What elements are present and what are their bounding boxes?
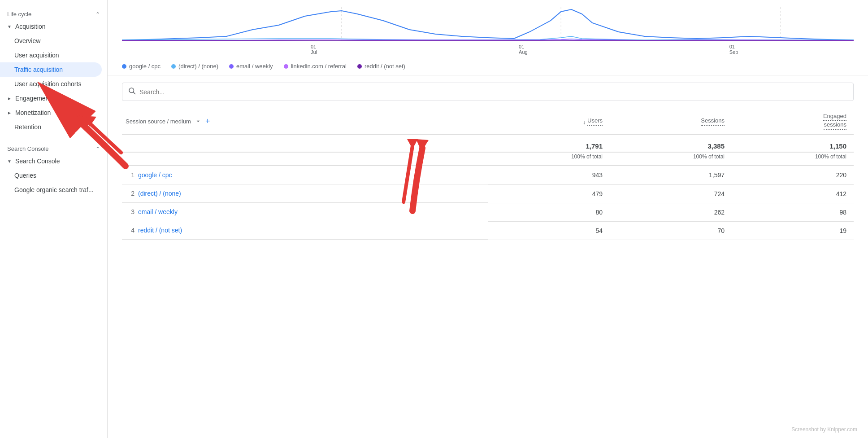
row3-source-cell: 3 email / weekly [122,203,488,221]
row4-num: 4 [126,227,135,234]
search-bar[interactable] [122,83,854,101]
search-icon [128,87,136,97]
legend-label-direct: (direct) / (none) [178,63,218,70]
table-total-row: 1,791 3,385 1,150 [122,135,854,152]
sidebar-item-user-acquisition[interactable]: User acquisition [0,48,102,62]
legend-label-linkedin: linkedin.com / referral [291,63,347,70]
data-table: Session source / medium + ↓ Users [122,108,854,240]
row4-source: reddit / (not set) [138,227,182,234]
legend-dot-linkedin [284,64,288,69]
acquisition-label: Acquisition [15,23,46,30]
sidebar-item-user-acquisition-cohorts[interactable]: User acquisition cohorts [0,77,102,91]
users-label: Users [587,117,603,126]
traffic-acquisition-label: Traffic acquisition [14,66,63,73]
source-dropdown-button[interactable] [195,118,202,125]
legend-label-google-cpc: google / cpc [129,63,161,70]
watermark: Screenshot by Knipper.com [791,426,857,433]
sidebar-item-queries[interactable]: Queries [0,168,102,183]
row1-sessions: 1,597 [610,166,732,184]
date-label-jul: 01Jul [311,44,317,55]
row1-num: 1 [126,171,135,179]
search-console-triangle: ▼ [7,159,12,164]
source-header-label: Session source / medium [126,118,191,125]
row2-num: 2 [126,190,135,197]
legend-item-linkedin: linkedin.com / referral [284,63,347,70]
table-wrapper: Session source / medium + ↓ Users [122,108,854,240]
sessions-sub-label: sessions [824,121,846,130]
chart-container [122,7,854,43]
legend-item-email: email / weekly [229,63,273,70]
search-console-section: Search Console ⌃ [0,142,107,154]
engaged-label: Engaged [823,113,846,121]
table-row: 2 (direct) / (none) 479 724 412 [122,184,854,203]
row2-sessions: 724 [610,184,732,203]
total-subrow-source [122,152,488,166]
sort-arrow-users: ↓ [583,119,586,126]
main-content: 01Jul 01Aug 01Sep google / cpc (direct) … [108,0,868,438]
total-sessions-pct: 100% of total [610,152,732,166]
col-header-users: ↓ Users [488,108,610,135]
chart-area: 01Jul 01Aug 01Sep google / cpc (direct) … [108,0,868,75]
engagement-triangle: ► [7,96,12,101]
date-label-sep: 01Sep [729,44,738,55]
engagement-label: Engagement [15,95,51,102]
total-users-pct: 100% of total [488,152,610,166]
row4-users: 54 [488,221,610,240]
sidebar-item-monetization[interactable]: ► Monetization [0,105,107,120]
row2-source: (direct) / (none) [138,190,181,197]
lifecycle-chevron[interactable]: ⌃ [95,11,100,18]
table-row: 3 email / weekly 80 262 98 [122,203,854,221]
row4-engaged: 19 [732,221,854,240]
sidebar-item-overview[interactable]: Overview [0,34,102,48]
table-row: 4 reddit / (not set) 54 70 19 [122,221,854,240]
search-console-chevron[interactable]: ⌃ [95,146,100,152]
chart-svg [122,7,854,43]
row2-engaged: 412 [732,184,854,203]
row1-source-cell: 1 google / cpc [122,166,488,184]
sidebar-item-retention[interactable]: Retention [0,120,102,134]
total-source-cell [122,135,488,152]
legend-dot-direct [171,64,176,69]
legend-label-reddit: reddit / (not set) [365,63,405,70]
row2-users: 479 [488,184,610,203]
acquisition-triangle: ▼ [7,24,12,29]
total-users: 1,791 [488,135,610,152]
retention-label: Retention [14,123,41,131]
row1-source: google / cpc [138,171,172,179]
sidebar-item-acquisition[interactable]: ▼ Acquisition [0,19,107,34]
user-acquisition-cohorts-label: User acquisition cohorts [14,80,81,88]
legend-item-google-cpc: google / cpc [122,63,161,70]
legend-item-reddit: reddit / (not set) [357,63,405,70]
sidebar: Life cycle ⌃ ▼ Acquisition Overview User… [0,0,108,438]
row4-sessions: 70 [610,221,732,240]
monetization-label: Monetization [15,109,51,116]
col-header-sessions: Sessions [610,108,732,135]
add-dimension-button[interactable]: + [205,117,210,126]
sidebar-item-traffic-acquisition[interactable]: Traffic acquisition [0,62,102,77]
sidebar-item-google-organic[interactable]: Google organic search traf... [0,183,102,197]
row3-num: 3 [126,208,135,215]
row3-users: 80 [488,203,610,221]
date-label-aug: 01Aug [519,44,528,55]
sidebar-item-search-console-parent[interactable]: ▼ Search Console [0,154,107,168]
chart-legend: google / cpc (direct) / (none) email / w… [122,58,854,71]
queries-label: Queries [14,172,36,179]
legend-label-email: email / weekly [236,63,273,70]
search-input[interactable] [139,88,848,96]
total-engaged-pct: 100% of total [732,152,854,166]
table-area: Session source / medium + ↓ Users [108,75,868,247]
row2-source-cell: 2 (direct) / (none) [122,184,488,203]
row4-source-cell: 4 reddit / (not set) [122,221,488,240]
row1-engaged: 220 [732,166,854,184]
lifecycle-label: Life cycle [7,11,31,18]
date-labels: 01Jul 01Aug 01Sep [122,43,854,58]
row3-sessions: 262 [610,203,732,221]
sidebar-item-engagement[interactable]: ► Engagement [0,91,107,105]
legend-dot-google-cpc [122,64,126,69]
svg-line-5 [133,92,135,94]
monetization-triangle: ► [7,110,12,115]
row3-source: email / weekly [138,208,178,215]
row3-engaged: 98 [732,203,854,221]
total-engaged: 1,150 [732,135,854,152]
sidebar-divider-1 [7,138,100,138]
